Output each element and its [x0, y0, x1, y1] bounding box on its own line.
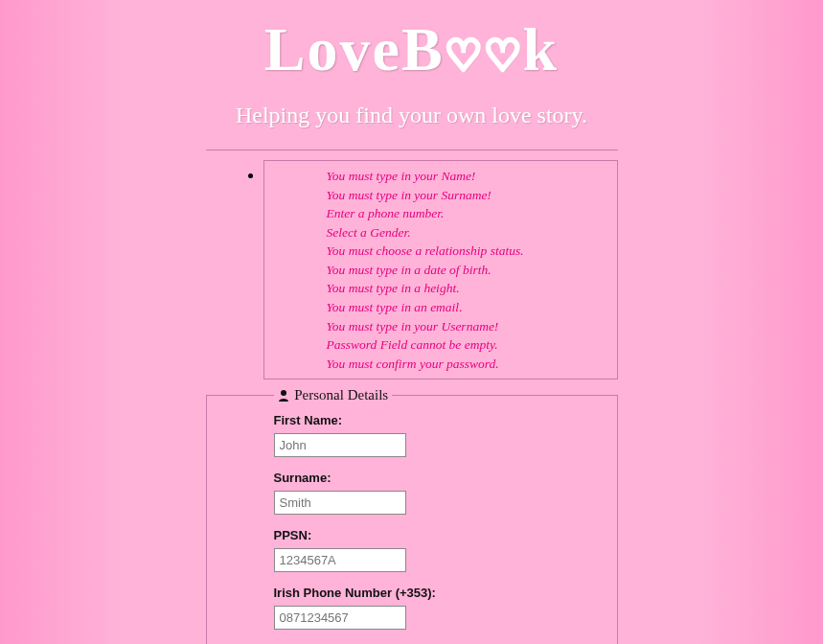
logo-text-post: k	[523, 15, 560, 83]
divider	[206, 150, 618, 150]
tagline: Helping you find your own love story.	[206, 103, 618, 128]
site-logo: LoveB♡♡k	[206, 14, 618, 85]
error-item: Password Field cannot be empty.	[327, 335, 555, 355]
first-name-label: First Name:	[274, 413, 606, 427]
ppsn-input[interactable]	[274, 548, 406, 572]
personal-legend-text: Personal Details	[294, 387, 388, 402]
error-item: You must type in a height.	[327, 279, 555, 298]
error-list: You must type in your Name! You must typ…	[263, 160, 618, 380]
first-name-input[interactable]	[274, 433, 406, 457]
phone-input[interactable]	[274, 606, 406, 630]
person-icon	[278, 389, 289, 402]
surname-label: Surname:	[274, 471, 606, 485]
logo-text-pre: LoveB	[264, 15, 445, 83]
ppsn-label: PPSN:	[274, 528, 606, 542]
personal-details-legend: Personal Details	[274, 387, 393, 403]
error-item: You must type in a date of birth.	[327, 261, 555, 280]
surname-input[interactable]	[274, 491, 406, 515]
phone-label: Irish Phone Number (+353):	[274, 586, 606, 600]
error-item: You must confirm your password.	[327, 355, 555, 374]
error-item: You must type in an email.	[327, 298, 555, 317]
error-item: Enter a phone number.	[327, 204, 555, 223]
error-item: Select a Gender.	[327, 223, 555, 242]
personal-details-fieldset: Personal Details First Name: Surname: PP…	[206, 387, 618, 644]
heart-icon: ♡	[484, 31, 523, 80]
svg-point-0	[281, 390, 286, 396]
error-item: You must choose a relationship status.	[327, 242, 555, 261]
error-item: You must type in your Name!	[327, 167, 555, 186]
heart-icon: ♡	[445, 31, 484, 80]
error-item: You must type in your Surname!	[327, 186, 555, 205]
error-item: You must type in your Username!	[327, 317, 555, 336]
